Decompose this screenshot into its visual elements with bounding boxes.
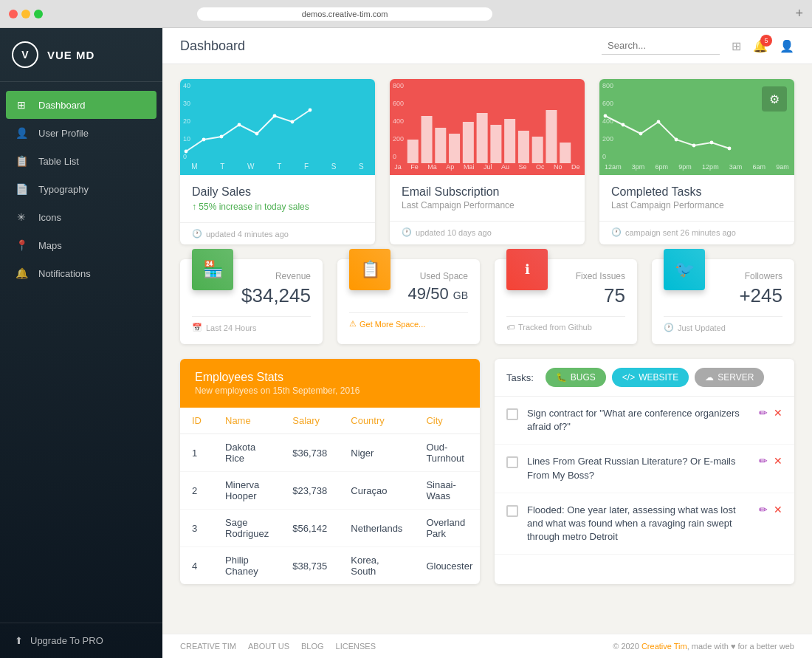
- email-footer: 🕐 updated 10 days ago: [390, 221, 585, 243]
- svg-rect-9: [422, 116, 433, 163]
- cell-name: Dakota Rice: [213, 434, 281, 472]
- minimize-dot[interactable]: [21, 10, 30, 18]
- main-content: Dashboard ⊞ 🔔 5 👤 403020100: [162, 28, 812, 658]
- followers-value: +245: [739, 284, 782, 307]
- task-delete-button[interactable]: ✕: [774, 455, 782, 467]
- footer-link-licenses[interactable]: LICENSES: [336, 642, 376, 651]
- tab-bugs[interactable]: 🐛 BUGS: [546, 368, 606, 387]
- icons-icon: ✳: [15, 211, 28, 223]
- svg-point-3: [238, 123, 241, 127]
- fixed-issues-icon: ℹ: [506, 249, 548, 290]
- svg-point-2: [220, 135, 224, 139]
- tab-bugs-label: BUGS: [571, 372, 596, 383]
- cell-name: Philip Chaney: [213, 547, 281, 585]
- sidebar-item-label: User Profile: [38, 128, 89, 139]
- task-edit-button[interactable]: ✏: [759, 455, 768, 467]
- browser-chrome: demos.creative-tim.com +: [0, 0, 812, 28]
- sidebar-item-dashboard[interactable]: ⊞ Dashboard: [6, 91, 156, 119]
- completed-tasks-card: ⚙ 8006004002000: [599, 79, 794, 244]
- table-row: 4 Philip Chaney $38,735 Korea, South Glo…: [180, 547, 480, 585]
- svg-rect-19: [560, 143, 571, 163]
- revenue-value: $34,245: [241, 284, 311, 307]
- task-text-2: Lines From Great Russian Literature? Or …: [527, 455, 750, 481]
- svg-point-25: [692, 144, 696, 148]
- logo-circle: V: [12, 41, 38, 68]
- sidebar-item-maps[interactable]: 📍 Maps: [0, 231, 162, 259]
- fixed-issues-card: ℹ Fixed Issues 75 🏷 Tracked from Github: [495, 259, 637, 344]
- followers-card: 🐦 Followers +245 🕐 Just Updated: [652, 259, 794, 344]
- svg-rect-18: [546, 110, 557, 163]
- svg-point-21: [622, 123, 625, 127]
- grid-view-icon[interactable]: ⊞: [732, 39, 741, 53]
- sidebar-nav: ⊞ Dashboard 👤 User Profile 📋 Table List …: [0, 82, 162, 623]
- tab-server-label: SERVER: [718, 372, 754, 383]
- fixed-issues-meta: Fixed Issues 75: [576, 271, 625, 307]
- mini-cards-row: 🏪 Revenue $34,245 📅 Last 24 Hours 📋: [180, 259, 794, 344]
- revenue-footer: 📅 Last 24 Hours: [192, 316, 311, 332]
- clock-icon: 🕐: [664, 323, 674, 332]
- sidebar: V VUE MD ⊞ Dashboard 👤 User Profile 📋 Ta…: [0, 28, 162, 658]
- sidebar-item-user-profile[interactable]: 👤 User Profile: [0, 119, 162, 147]
- search-input[interactable]: [602, 37, 720, 55]
- employees-table-title: Employees Stats: [195, 371, 465, 384]
- svg-rect-12: [463, 122, 474, 163]
- sidebar-item-icons[interactable]: ✳ Icons: [0, 203, 162, 231]
- page-title: Dashboard: [180, 38, 590, 54]
- svg-point-23: [657, 120, 661, 124]
- followers-footer: 🕐 Just Updated: [664, 316, 782, 332]
- bug-icon: 🐛: [556, 372, 567, 383]
- daily-sales-body: Daily Sales ↑ 55% increase in today sale…: [180, 175, 375, 222]
- tab-server[interactable]: ☁ SERVER: [695, 368, 764, 387]
- employees-table-subtitle: New employees on 15th September, 2016: [195, 385, 465, 396]
- cell-city: Sinaai-Waas: [414, 472, 480, 510]
- task-checkbox-3[interactable]: [506, 505, 518, 517]
- revenue-card: 🏪 Revenue $34,245 📅 Last 24 Hours: [180, 259, 323, 344]
- sidebar-item-notifications[interactable]: 🔔 Notifications: [0, 259, 162, 287]
- task-edit-button[interactable]: ✏: [759, 504, 768, 515]
- topbar: Dashboard ⊞ 🔔 5 👤: [162, 28, 812, 64]
- typography-icon: 📄: [15, 183, 28, 195]
- maximize-dot[interactable]: [34, 10, 43, 18]
- cloud-icon: ☁: [705, 372, 714, 383]
- col-salary: Salary: [281, 408, 339, 434]
- daily-sales-increase: ↑ 55% increase in today sales: [192, 202, 363, 212]
- svg-point-22: [639, 132, 643, 136]
- task-checkbox-1[interactable]: [506, 408, 518, 420]
- cell-salary: $56,142: [281, 510, 339, 547]
- svg-point-1: [202, 138, 206, 142]
- task-delete-button[interactable]: ✕: [774, 504, 782, 515]
- tasks-card: Tasks: 🐛 BUGS </> WEBSITE ☁ SERVER: [495, 359, 794, 584]
- tab-website[interactable]: </> WEBSITE: [612, 368, 689, 387]
- sidebar-item-typography[interactable]: 📄 Typography: [0, 175, 162, 203]
- footer-link-blog[interactable]: BLOG: [301, 642, 324, 651]
- footer-link-creative-tim[interactable]: CREATIVE TIM: [180, 642, 236, 651]
- sidebar-item-table-list[interactable]: 📋 Table List: [0, 147, 162, 175]
- task-delete-button[interactable]: ✕: [774, 407, 782, 419]
- sidebar-item-label: Notifications: [38, 268, 91, 279]
- used-space-card: 📋 Used Space 49/50 GB ⚠ Get More Space..…: [337, 259, 480, 344]
- tasks-chart: ⚙ 8006004002000: [599, 79, 794, 175]
- upgrade-button[interactable]: ⬆ Upgrade To PRO: [0, 623, 162, 658]
- close-dot[interactable]: [9, 10, 18, 18]
- footer-brand-link[interactable]: Creative Tim: [641, 642, 687, 651]
- task-item-1: Sign contract for "What are conference o…: [495, 397, 794, 445]
- notifications-icon[interactable]: 🔔 5: [753, 39, 768, 53]
- task-edit-button[interactable]: ✏: [759, 407, 768, 419]
- chart-x-labels-tasks: 12am3pm6pm9pm12pm3am6am9am: [599, 163, 794, 171]
- footer-link-about-us[interactable]: ABOUT US: [248, 642, 289, 651]
- get-more-space-link[interactable]: ⚠ Get More Space...: [349, 319, 425, 329]
- sidebar-item-label: Maps: [38, 240, 62, 251]
- svg-point-26: [710, 141, 714, 145]
- task-actions-1: ✏ ✕: [759, 407, 782, 419]
- svg-point-5: [273, 114, 277, 118]
- svg-point-6: [291, 120, 295, 124]
- user-account-icon[interactable]: 👤: [780, 39, 794, 53]
- sidebar-item-label: Typography: [38, 184, 89, 195]
- topbar-icons: ⊞ 🔔 5 👤: [732, 39, 794, 53]
- task-checkbox-2[interactable]: [506, 456, 518, 468]
- revenue-label: Revenue: [241, 271, 311, 281]
- cell-id: 4: [180, 547, 213, 585]
- new-tab-button[interactable]: +: [795, 6, 803, 21]
- settings-button[interactable]: ⚙: [762, 86, 787, 112]
- svg-point-27: [728, 147, 732, 151]
